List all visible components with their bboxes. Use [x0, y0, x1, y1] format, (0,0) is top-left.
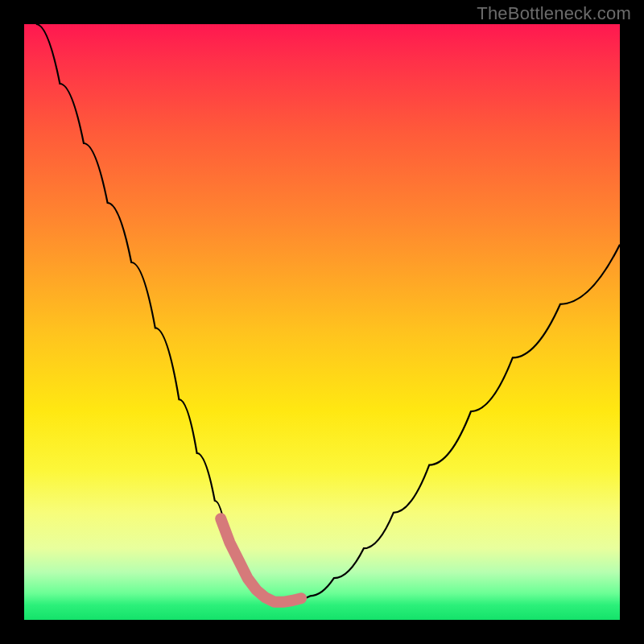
- curve-layer: [24, 24, 620, 620]
- bottleneck-curve: [36, 24, 620, 602]
- attribution-text: TheBottleneck.com: [477, 3, 631, 24]
- chart-frame: TheBottleneck.com: [0, 0, 644, 644]
- plot-area: [24, 24, 620, 620]
- valley-highlight: [221, 518, 301, 602]
